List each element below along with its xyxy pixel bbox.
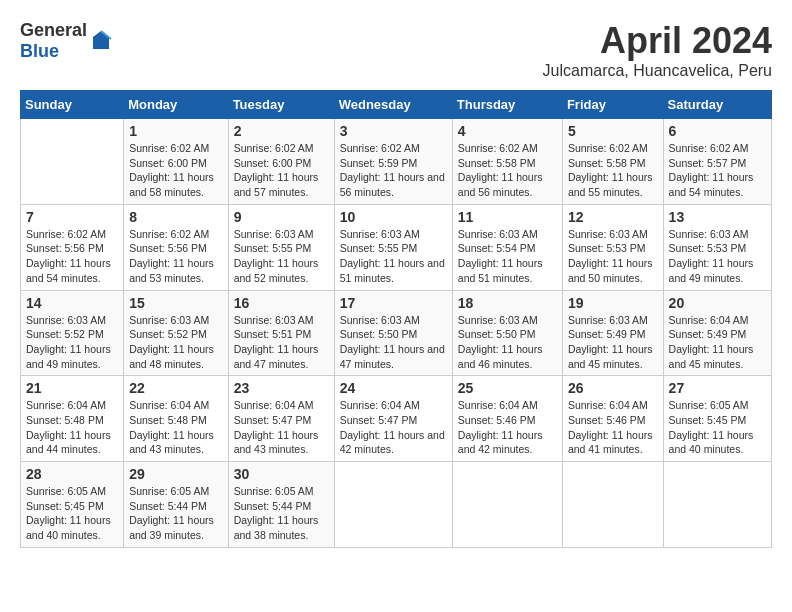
day-detail: Sunrise: 6:03 AMSunset: 5:55 PMDaylight:… (340, 228, 445, 284)
day-cell: 29 Sunrise: 6:05 AMSunset: 5:44 PMDaylig… (124, 462, 228, 548)
week-row-1: 1 Sunrise: 6:02 AMSunset: 6:00 PMDayligh… (21, 119, 772, 205)
day-number: 26 (568, 380, 658, 396)
day-number: 3 (340, 123, 447, 139)
day-cell: 4 Sunrise: 6:02 AMSunset: 5:58 PMDayligh… (452, 119, 562, 205)
day-cell (663, 462, 771, 548)
day-cell: 20 Sunrise: 6:04 AMSunset: 5:49 PMDaylig… (663, 290, 771, 376)
day-detail: Sunrise: 6:05 AMSunset: 5:45 PMDaylight:… (669, 399, 754, 455)
day-detail: Sunrise: 6:03 AMSunset: 5:52 PMDaylight:… (129, 314, 214, 370)
day-detail: Sunrise: 6:04 AMSunset: 5:47 PMDaylight:… (340, 399, 445, 455)
day-detail: Sunrise: 6:02 AMSunset: 5:59 PMDaylight:… (340, 142, 445, 198)
day-cell: 9 Sunrise: 6:03 AMSunset: 5:55 PMDayligh… (228, 204, 334, 290)
day-cell (452, 462, 562, 548)
weekday-header-saturday: Saturday (663, 91, 771, 119)
day-number: 11 (458, 209, 557, 225)
day-cell (334, 462, 452, 548)
day-cell: 2 Sunrise: 6:02 AMSunset: 6:00 PMDayligh… (228, 119, 334, 205)
day-detail: Sunrise: 6:02 AMSunset: 5:58 PMDaylight:… (568, 142, 653, 198)
day-detail: Sunrise: 6:03 AMSunset: 5:53 PMDaylight:… (669, 228, 754, 284)
day-cell: 19 Sunrise: 6:03 AMSunset: 5:49 PMDaylig… (562, 290, 663, 376)
week-row-5: 28 Sunrise: 6:05 AMSunset: 5:45 PMDaylig… (21, 462, 772, 548)
day-detail: Sunrise: 6:03 AMSunset: 5:53 PMDaylight:… (568, 228, 653, 284)
weekday-header-row: SundayMondayTuesdayWednesdayThursdayFrid… (21, 91, 772, 119)
weekday-header-thursday: Thursday (452, 91, 562, 119)
day-detail: Sunrise: 6:04 AMSunset: 5:47 PMDaylight:… (234, 399, 319, 455)
day-cell: 25 Sunrise: 6:04 AMSunset: 5:46 PMDaylig… (452, 376, 562, 462)
day-cell: 24 Sunrise: 6:04 AMSunset: 5:47 PMDaylig… (334, 376, 452, 462)
day-number: 10 (340, 209, 447, 225)
logo-text: General Blue (20, 20, 87, 62)
week-row-4: 21 Sunrise: 6:04 AMSunset: 5:48 PMDaylig… (21, 376, 772, 462)
day-detail: Sunrise: 6:02 AMSunset: 5:56 PMDaylight:… (129, 228, 214, 284)
day-number: 24 (340, 380, 447, 396)
location-title: Julcamarca, Huancavelica, Peru (543, 62, 772, 80)
day-number: 22 (129, 380, 222, 396)
day-number: 17 (340, 295, 447, 311)
day-detail: Sunrise: 6:02 AMSunset: 5:58 PMDaylight:… (458, 142, 543, 198)
day-detail: Sunrise: 6:03 AMSunset: 5:55 PMDaylight:… (234, 228, 319, 284)
page-header: General Blue April 2024 Julcamarca, Huan… (20, 20, 772, 80)
weekday-header-monday: Monday (124, 91, 228, 119)
day-number: 20 (669, 295, 766, 311)
weekday-header-wednesday: Wednesday (334, 91, 452, 119)
day-detail: Sunrise: 6:05 AMSunset: 5:44 PMDaylight:… (234, 485, 319, 541)
day-detail: Sunrise: 6:03 AMSunset: 5:50 PMDaylight:… (458, 314, 543, 370)
day-number: 12 (568, 209, 658, 225)
day-cell: 11 Sunrise: 6:03 AMSunset: 5:54 PMDaylig… (452, 204, 562, 290)
day-number: 18 (458, 295, 557, 311)
day-cell: 3 Sunrise: 6:02 AMSunset: 5:59 PMDayligh… (334, 119, 452, 205)
weekday-header-friday: Friday (562, 91, 663, 119)
day-cell: 7 Sunrise: 6:02 AMSunset: 5:56 PMDayligh… (21, 204, 124, 290)
day-detail: Sunrise: 6:04 AMSunset: 5:48 PMDaylight:… (26, 399, 111, 455)
day-detail: Sunrise: 6:05 AMSunset: 5:44 PMDaylight:… (129, 485, 214, 541)
day-detail: Sunrise: 6:02 AMSunset: 6:00 PMDaylight:… (129, 142, 214, 198)
day-detail: Sunrise: 6:03 AMSunset: 5:51 PMDaylight:… (234, 314, 319, 370)
day-cell: 14 Sunrise: 6:03 AMSunset: 5:52 PMDaylig… (21, 290, 124, 376)
day-cell: 17 Sunrise: 6:03 AMSunset: 5:50 PMDaylig… (334, 290, 452, 376)
day-cell: 27 Sunrise: 6:05 AMSunset: 5:45 PMDaylig… (663, 376, 771, 462)
week-row-2: 7 Sunrise: 6:02 AMSunset: 5:56 PMDayligh… (21, 204, 772, 290)
day-cell: 28 Sunrise: 6:05 AMSunset: 5:45 PMDaylig… (21, 462, 124, 548)
day-number: 28 (26, 466, 118, 482)
day-number: 23 (234, 380, 329, 396)
day-detail: Sunrise: 6:04 AMSunset: 5:46 PMDaylight:… (458, 399, 543, 455)
day-number: 19 (568, 295, 658, 311)
day-cell: 8 Sunrise: 6:02 AMSunset: 5:56 PMDayligh… (124, 204, 228, 290)
day-cell: 23 Sunrise: 6:04 AMSunset: 5:47 PMDaylig… (228, 376, 334, 462)
day-detail: Sunrise: 6:05 AMSunset: 5:45 PMDaylight:… (26, 485, 111, 541)
day-number: 5 (568, 123, 658, 139)
calendar-table: SundayMondayTuesdayWednesdayThursdayFrid… (20, 90, 772, 548)
day-detail: Sunrise: 6:03 AMSunset: 5:49 PMDaylight:… (568, 314, 653, 370)
day-number: 30 (234, 466, 329, 482)
day-number: 4 (458, 123, 557, 139)
logo-blue: Blue (20, 41, 59, 61)
day-detail: Sunrise: 6:03 AMSunset: 5:50 PMDaylight:… (340, 314, 445, 370)
day-cell: 22 Sunrise: 6:04 AMSunset: 5:48 PMDaylig… (124, 376, 228, 462)
day-cell: 10 Sunrise: 6:03 AMSunset: 5:55 PMDaylig… (334, 204, 452, 290)
day-cell: 12 Sunrise: 6:03 AMSunset: 5:53 PMDaylig… (562, 204, 663, 290)
day-number: 27 (669, 380, 766, 396)
day-number: 13 (669, 209, 766, 225)
day-cell: 26 Sunrise: 6:04 AMSunset: 5:46 PMDaylig… (562, 376, 663, 462)
day-cell: 6 Sunrise: 6:02 AMSunset: 5:57 PMDayligh… (663, 119, 771, 205)
weekday-header-sunday: Sunday (21, 91, 124, 119)
day-number: 7 (26, 209, 118, 225)
day-cell: 13 Sunrise: 6:03 AMSunset: 5:53 PMDaylig… (663, 204, 771, 290)
logo: General Blue (20, 20, 113, 62)
day-number: 6 (669, 123, 766, 139)
day-number: 15 (129, 295, 222, 311)
day-number: 16 (234, 295, 329, 311)
day-number: 14 (26, 295, 118, 311)
day-cell (21, 119, 124, 205)
day-detail: Sunrise: 6:04 AMSunset: 5:46 PMDaylight:… (568, 399, 653, 455)
day-detail: Sunrise: 6:04 AMSunset: 5:49 PMDaylight:… (669, 314, 754, 370)
day-number: 21 (26, 380, 118, 396)
day-cell: 21 Sunrise: 6:04 AMSunset: 5:48 PMDaylig… (21, 376, 124, 462)
day-detail: Sunrise: 6:02 AMSunset: 5:57 PMDaylight:… (669, 142, 754, 198)
day-cell: 30 Sunrise: 6:05 AMSunset: 5:44 PMDaylig… (228, 462, 334, 548)
day-cell: 1 Sunrise: 6:02 AMSunset: 6:00 PMDayligh… (124, 119, 228, 205)
day-number: 9 (234, 209, 329, 225)
week-row-3: 14 Sunrise: 6:03 AMSunset: 5:52 PMDaylig… (21, 290, 772, 376)
day-detail: Sunrise: 6:04 AMSunset: 5:48 PMDaylight:… (129, 399, 214, 455)
day-detail: Sunrise: 6:03 AMSunset: 5:52 PMDaylight:… (26, 314, 111, 370)
